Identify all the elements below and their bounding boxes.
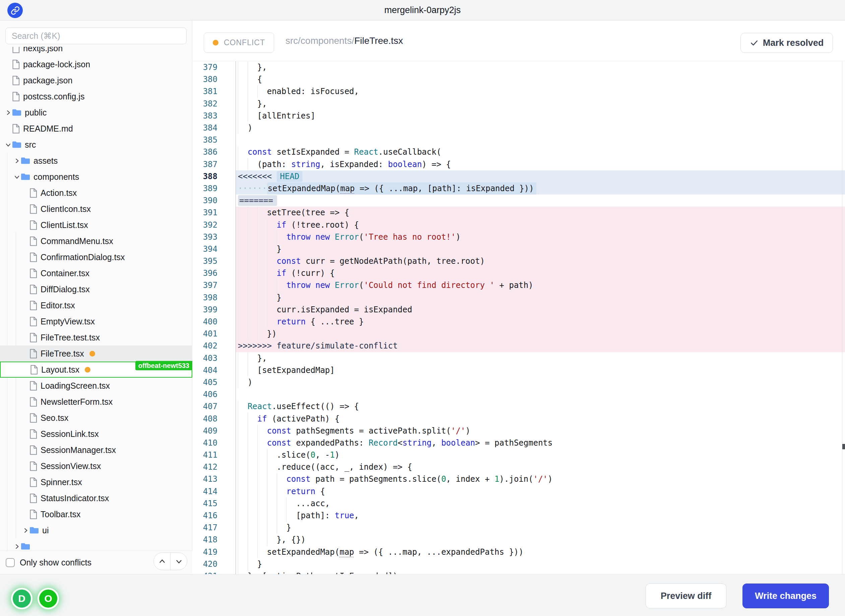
code-line[interactable]: 389······setExpandedMap(map => ({ ...map…: [193, 182, 845, 195]
sidebar-footer: Only show conflicts: [0, 551, 193, 574]
tree-item-sessionlink-tsx[interactable]: SessionLink.tsx: [0, 426, 193, 442]
preview-diff-button[interactable]: Preview diff: [646, 584, 726, 608]
code-line[interactable]: 397throw new Error('Could not find direc…: [193, 279, 845, 291]
tree-item-src[interactable]: src: [0, 136, 193, 153]
search-input[interactable]: [5, 28, 187, 44]
tree-item-clientlist-tsx[interactable]: ClientList.tsx: [0, 217, 193, 233]
code-line[interactable]: 388<<<<<<< HEAD: [193, 170, 845, 182]
code-line[interactable]: 386const setIsExpanded = React.useCallba…: [193, 146, 845, 158]
tree-item-loadingscreen-tsx[interactable]: LoadingScreen.tsx: [0, 378, 193, 394]
tree-item-sessionmanager-tsx[interactable]: SessionManager.tsx: [0, 442, 193, 458]
file-tree[interactable]: nextjs.jsonpackage-lock.jsonpackage.json…: [0, 47, 193, 551]
code-line[interactable]: 395const curr = getNodeAtPath(path, tree…: [193, 255, 845, 267]
chevron-down-icon-slot[interactable]: [13, 174, 21, 180]
code-line[interactable]: 393throw new Error('Tree has no root!'): [193, 231, 845, 243]
code-line[interactable]: 384): [193, 122, 845, 134]
tree-item-clienticon-tsx[interactable]: ClientIcon.tsx: [0, 201, 193, 217]
tree-item-package-lock-json[interactable]: package-lock.json: [0, 56, 193, 72]
code-line[interactable]: 419setExpandedMap(map => ({ ...map, ...e…: [193, 546, 845, 558]
tree-item-spinner-tsx[interactable]: Spinner.tsx: [0, 474, 193, 490]
mark-resolved-button[interactable]: Mark resolved: [741, 33, 833, 53]
scrollbar-thumb[interactable]: [842, 444, 845, 449]
tree-item-assets[interactable]: assets: [0, 153, 193, 169]
code-line[interactable]: 409const pathSegments = activePath.split…: [193, 425, 845, 437]
tree-item[interactable]: [0, 538, 193, 551]
chevron-right-icon-slot[interactable]: [13, 158, 21, 164]
code-line[interactable]: 421}, [activePath, setIsExpanded]): [193, 570, 845, 574]
code-line[interactable]: 394}: [193, 243, 845, 255]
indent-guides: [238, 243, 277, 255]
code-line[interactable]: 403},: [193, 352, 845, 364]
code-line[interactable]: 407React.useEffect(() => {: [193, 400, 845, 412]
code-line[interactable]: 414return {: [193, 485, 845, 497]
code-line[interactable]: 383[allEntries]: [193, 110, 845, 122]
tree-item-nextjs-json[interactable]: nextjs.json: [0, 47, 193, 56]
chevron-down-icon-slot[interactable]: [4, 142, 12, 148]
tree-item-filetree-test-tsx[interactable]: FileTree.test.tsx: [0, 329, 193, 346]
tree-item-public[interactable]: public: [0, 104, 193, 120]
next-conflict-button[interactable]: [170, 553, 187, 570]
tree-item-confirmationdialog-tsx[interactable]: ConfirmationDialog.tsx: [0, 249, 193, 265]
tree-item-postcss-config-js[interactable]: postcss.config.js: [0, 88, 193, 104]
code-line[interactable]: 416[path]: true,: [193, 509, 845, 522]
code-line[interactable]: 420}: [193, 558, 845, 570]
tree-item-diffdialog-tsx[interactable]: DiffDialog.tsx: [0, 281, 193, 297]
code-line[interactable]: 417}: [193, 522, 845, 534]
code-line[interactable]: 401}): [193, 328, 845, 340]
code-line[interactable]: 405): [193, 376, 845, 388]
code-line[interactable]: 418}, {}): [193, 534, 845, 546]
code-line[interactable]: 391setTree(tree => {: [193, 207, 845, 219]
prev-conflict-button[interactable]: [154, 553, 170, 570]
code-line[interactable]: 412.reduce((acc, _, index) => {: [193, 461, 845, 473]
code-line[interactable]: 398}: [193, 292, 845, 304]
avatar[interactable]: O: [38, 588, 59, 609]
code-line[interactable]: 390=======: [193, 195, 845, 207]
tree-item-ui[interactable]: ui: [0, 522, 193, 538]
code-line[interactable]: 392if (!tree.root) {: [193, 219, 845, 231]
code-line[interactable]: 415...acc,: [193, 497, 845, 509]
code-line[interactable]: 402>>>>>>> feature/simulate-conflict: [193, 340, 845, 352]
line-number: 413: [193, 473, 235, 485]
tree-item-toolbar-tsx[interactable]: Toolbar.tsx: [0, 506, 193, 522]
only-show-conflicts-checkbox[interactable]: [6, 558, 15, 567]
code-line[interactable]: 396if (!curr) {: [193, 267, 845, 279]
tree-item-layout-tsx[interactable]: Layout.tsxoffbeat-newt533: [0, 362, 193, 378]
chevron-right-icon-slot[interactable]: [21, 527, 29, 534]
code-line[interactable]: 408if (activePath) {: [193, 412, 845, 424]
code-line-content: if (!curr) {: [235, 267, 845, 279]
code-line[interactable]: 400return { ...tree }: [193, 316, 845, 328]
code-line[interactable]: 404[setExpandedMap]: [193, 364, 845, 376]
tree-item-statusindicator-tsx[interactable]: StatusIndicator.tsx: [0, 490, 193, 506]
chevron-right-icon-slot[interactable]: [13, 543, 21, 550]
code-line[interactable]: 385: [193, 134, 845, 146]
code-line[interactable]: 379},: [193, 61, 845, 73]
write-changes-button[interactable]: Write changes: [742, 584, 829, 608]
avatar[interactable]: D: [11, 588, 32, 609]
tree-item-sessionview-tsx[interactable]: SessionView.tsx: [0, 458, 193, 474]
tree-item-package-json[interactable]: package.json: [0, 72, 193, 88]
tree-item-commandmenu-tsx[interactable]: CommandMenu.tsx: [0, 233, 193, 249]
code-line[interactable]: 399curr.isExpanded = isExpanded: [193, 304, 845, 316]
code-line[interactable]: 406: [193, 388, 845, 400]
tree-item-filetree-tsx[interactable]: FileTree.tsx: [0, 346, 193, 362]
code-tokens: {: [257, 73, 262, 85]
token-p: (: [359, 280, 363, 290]
code-line[interactable]: 387(path: string, isExpanded: boolean) =…: [193, 158, 845, 170]
tree-item-seo-tsx[interactable]: Seo.tsx: [0, 410, 193, 426]
code-editor[interactable]: 379},380{381enabled: isFocused,382},383[…: [193, 61, 845, 574]
code-line[interactable]: 381enabled: isFocused,: [193, 85, 845, 97]
tree-item-components[interactable]: components: [0, 169, 193, 185]
code-line[interactable]: 411.slice(0, -1): [193, 449, 845, 461]
tree-item-newsletterform-tsx[interactable]: NewsletterForm.tsx: [0, 394, 193, 410]
code-line[interactable]: 380{: [193, 73, 845, 85]
tree-item-container-tsx[interactable]: Container.tsx: [0, 265, 193, 281]
code-line[interactable]: 382},: [193, 98, 845, 110]
chevron-right-icon-slot[interactable]: [4, 110, 12, 116]
tree-item-action-tsx[interactable]: Action.tsx: [0, 185, 193, 201]
tree-item-readme-md[interactable]: README.md: [0, 120, 193, 136]
code-line[interactable]: 413const path = pathSegments.slice(0, in…: [193, 473, 845, 485]
tree-item-editor-tsx[interactable]: Editor.tsx: [0, 297, 193, 313]
tree-item-emptyview-tsx[interactable]: EmptyView.tsx: [0, 313, 193, 329]
code-line[interactable]: 410const expandedPaths: Record<string, b…: [193, 437, 845, 449]
mark-resolved-label: Mark resolved: [763, 38, 824, 48]
